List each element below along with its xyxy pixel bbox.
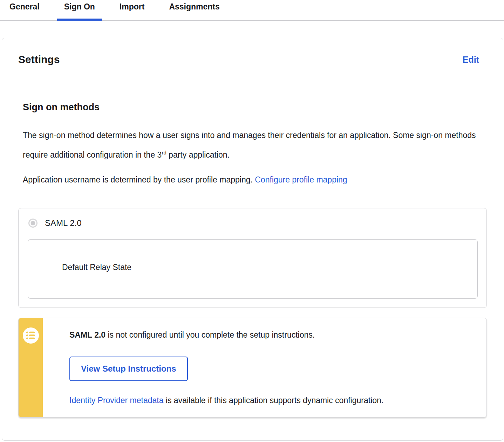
saml-radio-label: SAML 2.0	[45, 218, 82, 228]
saml-radio-button[interactable]	[28, 219, 38, 228]
tab-assignments[interactable]: Assignments	[162, 2, 226, 20]
default-relay-state-label: Default Relay State	[62, 263, 131, 272]
application-username-note: Application username is determined by th…	[23, 171, 478, 188]
callout-message-bold: SAML 2.0	[69, 330, 105, 339]
callout-message: SAML 2.0 is not configured until you com…	[69, 329, 472, 340]
description-superscript: rd	[162, 150, 166, 156]
saml-radio-row: SAML 2.0	[28, 218, 478, 228]
saml-method-box: SAML 2.0 Default Relay State	[18, 208, 487, 308]
tab-import[interactable]: Import	[113, 2, 152, 20]
identity-provider-metadata-link[interactable]: Identity Provider metadata	[69, 396, 163, 405]
sign-on-method-description: The sign-on method determines how a user…	[23, 127, 478, 164]
tab-sign-on[interactable]: Sign On	[57, 2, 102, 20]
view-setup-instructions-button[interactable]: View Setup Instructions	[69, 357, 188, 381]
default-relay-state-panel: Default Relay State	[28, 239, 478, 299]
callout-accent-strip	[19, 318, 43, 417]
saml-not-configured-callout: SAML 2.0 is not configured until you com…	[18, 318, 487, 417]
callout-body: SAML 2.0 is not configured until you com…	[43, 318, 486, 417]
tab-general[interactable]: General	[2, 2, 47, 20]
page-title: Settings	[18, 54, 60, 65]
metadata-note: Identity Provider metadata is available …	[69, 396, 472, 405]
edit-link[interactable]: Edit	[463, 55, 479, 65]
setup-instructions-list-icon	[23, 327, 39, 344]
description-text-1: The sign-on method determines how a user…	[23, 131, 476, 159]
callout-message-rest: is not configured until you complete the…	[105, 330, 315, 339]
metadata-note-rest: is available if this application support…	[163, 396, 383, 405]
description-text-2: party application.	[166, 150, 230, 159]
settings-card: Settings Edit Sign on methods The sign-o…	[2, 38, 503, 441]
configure-profile-mapping-link[interactable]: Configure profile mapping	[255, 175, 347, 184]
settings-card-header: Settings Edit	[18, 54, 487, 65]
username-note-text: Application username is determined by th…	[23, 175, 255, 184]
app-tab-bar: General Sign On Import Assignments	[0, 0, 504, 21]
sign-on-methods-heading: Sign on methods	[23, 102, 487, 113]
